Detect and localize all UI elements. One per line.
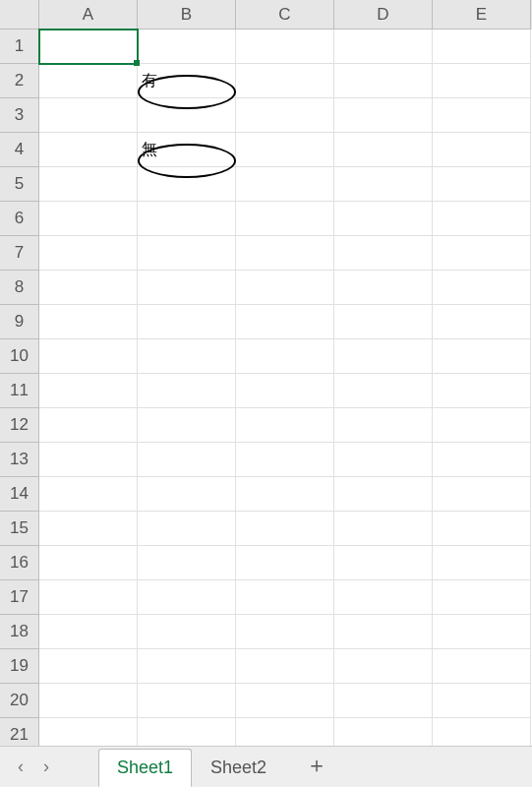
cell-A10[interactable] <box>39 339 138 374</box>
column-header-B[interactable]: B <box>138 0 236 30</box>
cell-B21[interactable] <box>138 718 236 746</box>
cell-D4[interactable] <box>334 133 433 167</box>
cell-E19[interactable] <box>433 649 531 684</box>
cell-D11[interactable] <box>334 374 433 408</box>
row-header-10[interactable]: 10 <box>0 339 39 374</box>
select-all-corner[interactable] <box>0 0 39 30</box>
row-header-2[interactable]: 2 <box>0 64 39 98</box>
cell-C21[interactable] <box>236 718 334 746</box>
row-header-18[interactable]: 18 <box>0 615 39 649</box>
cell-C15[interactable] <box>236 512 334 546</box>
cell-C18[interactable] <box>236 615 334 649</box>
row-header-3[interactable]: 3 <box>0 98 39 133</box>
cell-A15[interactable] <box>39 512 138 546</box>
cell-A21[interactable] <box>39 718 138 746</box>
oval-shape-2[interactable] <box>138 144 236 178</box>
cell-D8[interactable] <box>334 271 433 305</box>
oval-shape-1[interactable] <box>138 75 236 109</box>
cell-C6[interactable] <box>236 202 334 236</box>
cell-A1[interactable] <box>39 30 138 64</box>
column-header-C[interactable]: C <box>236 0 334 30</box>
row-header-17[interactable]: 17 <box>0 580 39 615</box>
column-header-E[interactable]: E <box>433 0 531 30</box>
cell-C11[interactable] <box>236 374 334 408</box>
add-sheet-button[interactable]: ＋ <box>285 744 348 787</box>
prev-sheet-button[interactable]: ‹ <box>8 753 33 782</box>
cell-C19[interactable] <box>236 649 334 684</box>
cell-A18[interactable] <box>39 615 138 649</box>
cell-E16[interactable] <box>433 546 531 580</box>
cell-D12[interactable] <box>334 408 433 443</box>
cell-A16[interactable] <box>39 546 138 580</box>
sheet-tab-sheet2[interactable]: Sheet2 <box>192 749 285 787</box>
cell-E8[interactable] <box>433 271 531 305</box>
cell-D20[interactable] <box>334 684 433 718</box>
cell-E18[interactable] <box>433 615 531 649</box>
cell-E11[interactable] <box>433 374 531 408</box>
cell-D15[interactable] <box>334 512 433 546</box>
cell-E14[interactable] <box>433 477 531 512</box>
cell-B19[interactable] <box>138 649 236 684</box>
cell-A13[interactable] <box>39 443 138 477</box>
cell-C14[interactable] <box>236 477 334 512</box>
sheet-tab-sheet1[interactable]: Sheet1 <box>98 749 192 787</box>
cell-D3[interactable] <box>334 98 433 133</box>
cell-D10[interactable] <box>334 339 433 374</box>
cell-B14[interactable] <box>138 477 236 512</box>
cell-D16[interactable] <box>334 546 433 580</box>
cell-A7[interactable] <box>39 236 138 271</box>
cell-A17[interactable] <box>39 580 138 615</box>
cell-E9[interactable] <box>433 305 531 339</box>
column-header-D[interactable]: D <box>334 0 433 30</box>
cell-D2[interactable] <box>334 64 433 98</box>
cell-E5[interactable] <box>433 167 531 202</box>
cell-C10[interactable] <box>236 339 334 374</box>
cell-E6[interactable] <box>433 202 531 236</box>
cell-B9[interactable] <box>138 305 236 339</box>
row-header-6[interactable]: 6 <box>0 202 39 236</box>
cell-A8[interactable] <box>39 271 138 305</box>
cell-B7[interactable] <box>138 236 236 271</box>
cell-D14[interactable] <box>334 477 433 512</box>
cell-B13[interactable] <box>138 443 236 477</box>
cell-D17[interactable] <box>334 580 433 615</box>
cell-D9[interactable] <box>334 305 433 339</box>
cell-B17[interactable] <box>138 580 236 615</box>
cell-C13[interactable] <box>236 443 334 477</box>
cells-area[interactable]: 有無 <box>39 30 532 746</box>
row-header-12[interactable]: 12 <box>0 408 39 443</box>
cell-E3[interactable] <box>433 98 531 133</box>
row-header-19[interactable]: 19 <box>0 649 39 684</box>
cell-E15[interactable] <box>433 512 531 546</box>
cell-D19[interactable] <box>334 649 433 684</box>
cell-C3[interactable] <box>236 98 334 133</box>
cell-B18[interactable] <box>138 615 236 649</box>
cell-A12[interactable] <box>39 408 138 443</box>
row-header-4[interactable]: 4 <box>0 133 39 167</box>
cell-D18[interactable] <box>334 615 433 649</box>
cell-C9[interactable] <box>236 305 334 339</box>
row-header-9[interactable]: 9 <box>0 305 39 339</box>
cell-B6[interactable] <box>138 202 236 236</box>
cell-A19[interactable] <box>39 649 138 684</box>
row-header-11[interactable]: 11 <box>0 374 39 408</box>
cell-C2[interactable] <box>236 64 334 98</box>
cell-E13[interactable] <box>433 443 531 477</box>
cell-B20[interactable] <box>138 684 236 718</box>
cell-E2[interactable] <box>433 64 531 98</box>
cell-D1[interactable] <box>334 30 433 64</box>
row-header-20[interactable]: 20 <box>0 684 39 718</box>
cell-B15[interactable] <box>138 512 236 546</box>
cell-C12[interactable] <box>236 408 334 443</box>
row-header-21[interactable]: 21 <box>0 718 39 746</box>
cell-C17[interactable] <box>236 580 334 615</box>
cell-B8[interactable] <box>138 271 236 305</box>
row-header-16[interactable]: 16 <box>0 546 39 580</box>
cell-E20[interactable] <box>433 684 531 718</box>
cell-A11[interactable] <box>39 374 138 408</box>
next-sheet-button[interactable]: › <box>33 753 59 782</box>
cell-D13[interactable] <box>334 443 433 477</box>
row-header-13[interactable]: 13 <box>0 443 39 477</box>
cell-C4[interactable] <box>236 133 334 167</box>
cell-C8[interactable] <box>236 271 334 305</box>
